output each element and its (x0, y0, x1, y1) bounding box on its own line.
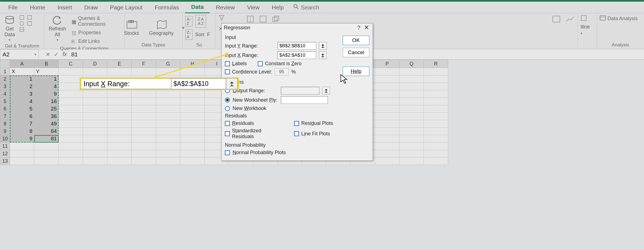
confidence-checkbox[interactable] (225, 69, 230, 74)
cell-G6[interactable] (156, 105, 180, 113)
tab-draw[interactable]: Draw (78, 2, 104, 13)
from-text-icon[interactable] (19, 15, 24, 20)
cancel-button[interactable]: Cancel (343, 48, 369, 57)
cell-G1[interactable] (156, 68, 180, 75)
row-head-11[interactable]: 11 (0, 143, 10, 150)
cell-P2[interactable] (375, 75, 399, 83)
row-head-13[interactable]: 13 (0, 157, 10, 165)
cell-D10[interactable] (83, 135, 107, 143)
cell-R1[interactable] (424, 68, 448, 75)
cell-F13[interactable] (132, 157, 156, 165)
cell-H4[interactable] (180, 90, 205, 98)
cell-P7[interactable] (375, 113, 399, 120)
cell-E8[interactable] (107, 120, 132, 128)
std-residuals-checkbox[interactable] (225, 131, 230, 136)
cell-R4[interactable] (424, 90, 448, 98)
cell-C1[interactable] (59, 68, 83, 75)
new-worksheet-input[interactable] (281, 96, 328, 104)
cell-R7[interactable] (424, 113, 448, 120)
cell-C11[interactable] (59, 143, 83, 150)
row-head-6[interactable]: 6 (0, 105, 10, 113)
cell-Q9[interactable] (399, 128, 424, 135)
cell-G4[interactable] (156, 90, 180, 98)
group-icon[interactable] (581, 15, 587, 22)
cell-H10[interactable] (180, 135, 205, 143)
cell-C4[interactable] (59, 90, 83, 98)
col-head-B[interactable]: B (34, 60, 59, 68)
cell-P4[interactable] (375, 90, 399, 98)
col-head-F[interactable]: F (132, 60, 156, 68)
cell-F11[interactable] (132, 143, 156, 150)
cell-Q4[interactable] (399, 90, 424, 98)
constant-zero-checkbox[interactable] (258, 61, 263, 66)
cell-D1[interactable] (83, 68, 107, 75)
cell-B10[interactable]: 81 (34, 135, 59, 143)
cell-F4[interactable] (132, 90, 156, 98)
cell-B1[interactable]: Y (34, 68, 59, 75)
row-head-7[interactable]: 7 (0, 113, 10, 120)
forecast-icon[interactable] (566, 15, 574, 24)
cell-H8[interactable] (180, 120, 205, 128)
cell-F9[interactable] (132, 128, 156, 135)
cell-D11[interactable] (83, 143, 107, 150)
line-fit-checkbox[interactable] (294, 131, 299, 136)
new-worksheet-radio[interactable] (225, 98, 230, 102)
cell-B2[interactable]: 1 (34, 75, 59, 83)
cell-C5[interactable] (59, 98, 83, 105)
cell-C6[interactable] (59, 105, 83, 113)
cell-A4[interactable]: 3 (10, 90, 34, 98)
cell-P3[interactable] (375, 83, 399, 90)
geography-button[interactable]: Geography (147, 19, 175, 37)
ok-button[interactable]: OK (343, 36, 369, 45)
cell-R6[interactable] (424, 105, 448, 113)
cell-H11[interactable] (180, 143, 205, 150)
cell-A10[interactable]: 9 (10, 135, 34, 143)
new-workbook-radio[interactable] (225, 106, 230, 111)
col-head-H[interactable]: H (180, 60, 205, 68)
cell-R10[interactable] (424, 135, 448, 143)
cell-E5[interactable] (107, 98, 132, 105)
col-head-G[interactable]: G (156, 60, 180, 68)
row-head-10[interactable]: 10 (0, 135, 10, 143)
tab-page-layout[interactable]: Page Layout (104, 2, 149, 13)
cell-E13[interactable] (107, 157, 132, 165)
cell-R13[interactable] (424, 157, 448, 165)
what-if-icon[interactable] (552, 15, 560, 24)
cell-E12[interactable] (107, 150, 132, 157)
row-head-4[interactable]: 4 (0, 90, 10, 98)
cell-G13[interactable] (156, 157, 180, 165)
cell-C7[interactable] (59, 113, 83, 120)
name-box-dropdown[interactable]: ▾ (35, 52, 36, 56)
sort-asc-button[interactable]: A↓Z (185, 16, 193, 27)
cell-P5[interactable] (375, 98, 399, 105)
cell-P10[interactable] (375, 135, 399, 143)
get-data-button[interactable]: Get Data ▾ (3, 15, 17, 42)
cell-G9[interactable] (156, 128, 180, 135)
col-head-P[interactable]: P (375, 60, 399, 68)
cell-Q11[interactable] (399, 143, 424, 150)
cell-D4[interactable] (83, 90, 107, 98)
labels-checkbox[interactable] (225, 61, 230, 66)
cell-Q6[interactable] (399, 105, 424, 113)
cell-D13[interactable] (83, 157, 107, 165)
name-box[interactable]: A2▾ (0, 49, 39, 60)
row-head-12[interactable]: 12 (0, 150, 10, 157)
queries-connections-button[interactable]: ▦Queries & Connections (72, 15, 121, 28)
cell-B6[interactable]: 25 (34, 105, 59, 113)
cell-G12[interactable] (156, 150, 180, 157)
cancel-formula-button[interactable]: ✕ (44, 51, 52, 58)
cell-R12[interactable] (424, 150, 448, 157)
cell-F10[interactable] (132, 135, 156, 143)
cell-A8[interactable]: 7 (10, 120, 34, 128)
cell-C13[interactable] (59, 157, 83, 165)
cell-H6[interactable] (180, 105, 205, 113)
cell-B5[interactable]: 16 (34, 98, 59, 105)
cell-F12[interactable] (132, 150, 156, 157)
search-box[interactable]: Search (293, 4, 320, 11)
col-head-R[interactable]: R (424, 60, 448, 68)
cell-R2[interactable] (424, 75, 448, 83)
cell-C3[interactable] (59, 83, 83, 90)
cell-A6[interactable]: 5 (10, 105, 34, 113)
cell-G5[interactable] (156, 98, 180, 105)
row-head-8[interactable]: 8 (0, 120, 10, 128)
